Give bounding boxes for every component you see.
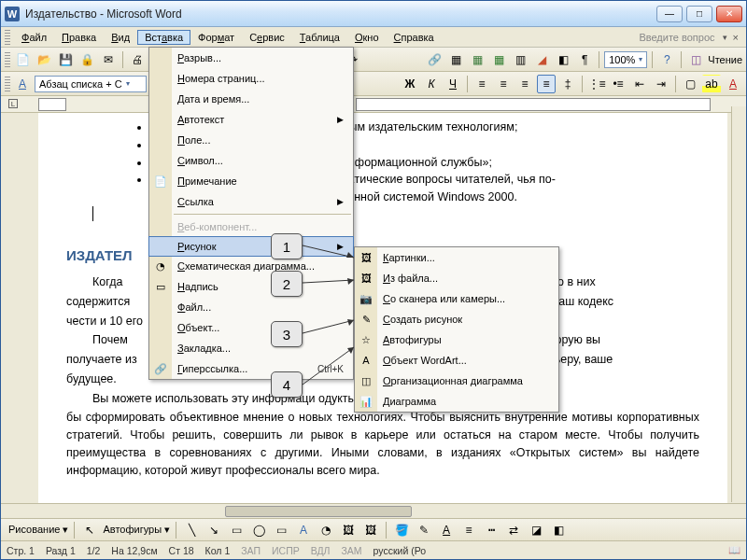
insert-menu-item[interactable]: 📄Примечание — [149, 171, 353, 191]
doc-close-button[interactable]: × — [729, 32, 742, 43]
shadow-button[interactable]: ◪ — [527, 521, 545, 539]
menu-file[interactable]: Файл — [14, 30, 54, 45]
insert-menu-item[interactable]: Номера страниц... — [149, 68, 353, 89]
menu-format[interactable]: Формат — [190, 30, 242, 45]
insert-menu-item[interactable]: Объект... — [149, 317, 353, 338]
mail-button[interactable]: ✉ — [99, 50, 118, 69]
insert-menu-item[interactable]: ◔Схематическая диаграмма... — [149, 256, 353, 276]
drawing-menu[interactable]: Рисование ▾ — [8, 524, 68, 536]
picture-menu-item[interactable]: 🖼Из файла... — [355, 268, 558, 288]
toolbar-grip[interactable] — [5, 52, 10, 67]
line-style-button[interactable]: ≡ — [459, 521, 478, 539]
insert-menu-item[interactable]: Файл... — [149, 297, 353, 317]
status-trk[interactable]: ИСПР — [272, 545, 300, 556]
tables-button[interactable]: ▦ — [446, 50, 465, 69]
clipart-tool[interactable]: 🖼 — [339, 521, 358, 539]
hyperlink-button[interactable]: 🔗 — [425, 50, 444, 69]
menu-tools[interactable]: Сервис — [242, 30, 292, 45]
menu-help[interactable]: Справка — [387, 30, 442, 45]
menu-window[interactable]: Окно — [347, 30, 387, 45]
new-doc-button[interactable]: 📄 — [13, 50, 32, 69]
status-ovr[interactable]: ЗАМ — [341, 545, 361, 556]
insert-menu-item[interactable]: Автотекст▶ — [149, 109, 353, 130]
zoom-combo[interactable]: 100%▾ — [604, 51, 647, 68]
oval-tool[interactable]: ◯ — [249, 521, 268, 539]
permissions-button[interactable]: 🔒 — [78, 50, 96, 69]
font-color-button[interactable]: A — [724, 75, 742, 93]
excel-button[interactable]: ▦ — [489, 50, 508, 69]
doc-map-button[interactable]: ◧ — [554, 50, 572, 69]
wordart-tool[interactable]: A — [294, 521, 313, 539]
align-right-button[interactable]: ≡ — [515, 75, 534, 93]
textbox-tool[interactable]: ▭ — [272, 521, 290, 539]
fill-color-button[interactable]: 🪣 — [392, 521, 411, 539]
align-center-button[interactable]: ≡ — [494, 75, 513, 93]
print-button[interactable]: 🖨 — [128, 50, 147, 69]
font-color-draw-button[interactable]: A — [437, 521, 456, 539]
save-button[interactable]: 💾 — [56, 50, 75, 69]
bullets-button[interactable]: •≡ — [609, 75, 627, 93]
increase-indent-button[interactable]: ⇥ — [652, 75, 670, 93]
select-objects-button[interactable]: ↖ — [80, 521, 99, 539]
insert-menu-item[interactable]: Ссылка▶ — [149, 191, 353, 212]
insert-table-button[interactable]: ▦ — [468, 50, 486, 69]
arrow-tool[interactable]: ↘ — [204, 521, 223, 539]
numbering-button[interactable]: ⋮≡ — [587, 75, 606, 93]
help-question-box[interactable]: Введите вопрос — [639, 32, 714, 43]
arrow-style-button[interactable]: ⇄ — [504, 521, 523, 539]
line-color-button[interactable]: ✎ — [415, 521, 433, 539]
tab-selector[interactable]: L — [8, 99, 18, 108]
vertical-scrollbar[interactable] — [731, 106, 746, 502]
diagram-tool[interactable]: ◔ — [317, 521, 335, 539]
picture-menu-item[interactable]: 📊Диаграмма — [355, 391, 558, 412]
menu-view[interactable]: Вид — [104, 30, 137, 45]
columns-button[interactable]: ▥ — [511, 50, 529, 69]
menu-table[interactable]: Таблица — [292, 30, 347, 45]
dash-style-button[interactable]: ┅ — [482, 521, 500, 539]
insert-menu-item[interactable]: Дата и время... — [149, 89, 353, 109]
picture-menu-item[interactable]: ✎Создать рисунок — [355, 309, 558, 329]
open-button[interactable]: 📂 — [35, 50, 53, 69]
underline-button[interactable]: Ч — [444, 75, 462, 93]
scrollbar-thumb[interactable] — [225, 506, 412, 517]
status-ext[interactable]: ВДЛ — [311, 545, 331, 556]
status-rec[interactable]: ЗАП — [241, 545, 261, 556]
line-tool[interactable]: ╲ — [182, 521, 201, 539]
bold-button[interactable]: Ж — [401, 75, 419, 93]
insert-menu-item[interactable]: Закладка... — [149, 338, 353, 358]
help-button[interactable]: ? — [657, 50, 676, 69]
insert-menu-item[interactable]: Рисунок▶ — [148, 236, 354, 257]
minimize-button[interactable]: — — [656, 6, 683, 22]
horizontal-ruler[interactable]: L — [1, 96, 746, 113]
picture-menu-item[interactable]: 📷Со сканера или камеры... — [355, 288, 558, 309]
rectangle-tool[interactable]: ▭ — [227, 521, 246, 539]
line-spacing-button[interactable]: ‡ — [558, 75, 577, 93]
reading-layout-icon[interactable]: ◫ — [686, 50, 705, 69]
insert-menu-item[interactable]: Поле... — [149, 130, 353, 150]
decrease-indent-button[interactable]: ⇤ — [630, 75, 649, 93]
menu-insert[interactable]: Вставка — [137, 30, 190, 45]
picture-tool[interactable]: 🖼 — [361, 521, 380, 539]
highlight-button[interactable]: ab — [702, 75, 721, 93]
maximize-button[interactable]: □ — [686, 6, 712, 22]
justify-button[interactable]: ≡ — [537, 75, 556, 93]
status-lang[interactable]: русский (Ро — [374, 545, 426, 556]
borders-button[interactable]: ▢ — [681, 75, 699, 93]
show-formatting-button[interactable]: ¶ — [575, 50, 594, 69]
status-spellcheck-icon[interactable]: 📖 — [728, 544, 740, 556]
picture-menu-item[interactable]: 🖼Картинки... — [355, 247, 558, 268]
picture-menu-item[interactable]: AОбъект WordArt... — [355, 350, 558, 371]
menubar-grip[interactable] — [5, 30, 10, 45]
insert-menu-item[interactable]: ▭Надпись — [149, 276, 353, 297]
horizontal-scrollbar[interactable] — [1, 503, 746, 518]
autoshapes-menu[interactable]: Автофигуры ▾ — [103, 524, 170, 536]
menu-edit[interactable]: Правка — [54, 30, 104, 45]
3d-button[interactable]: ◧ — [549, 521, 568, 539]
style-combo[interactable]: Абзац списка + С▾ — [35, 76, 147, 92]
reading-layout-button[interactable]: Чтение — [708, 54, 742, 65]
close-button[interactable]: ✕ — [716, 6, 742, 22]
align-left-button[interactable]: ≡ — [472, 75, 491, 93]
drawing-toolbar-button[interactable]: ◢ — [532, 50, 551, 69]
toolbar2-grip[interactable] — [5, 77, 10, 91]
picture-menu-item[interactable]: ◫Организационная диаграмма — [355, 371, 558, 391]
